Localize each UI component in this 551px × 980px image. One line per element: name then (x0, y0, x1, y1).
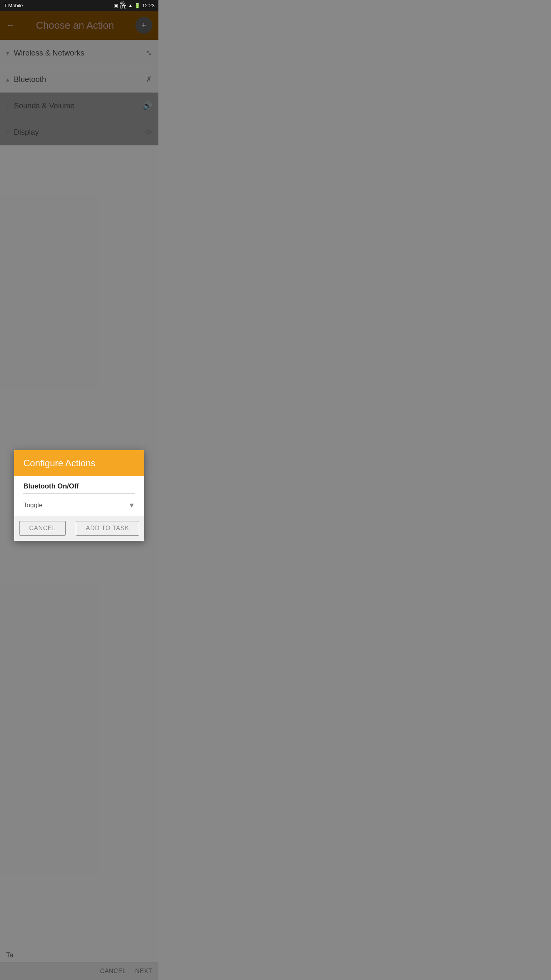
background-app: ← Choose an Action + ▾ Wireless & Networ… (0, 11, 158, 980)
field-divider (23, 493, 135, 494)
dialog-title: Configure Actions (23, 458, 95, 468)
dialog-header: Configure Actions (14, 450, 144, 476)
field-label: Bluetooth On/Off (23, 482, 135, 490)
carrier-label: T-Mobile (4, 3, 23, 8)
select-value: Toggle (23, 501, 42, 509)
4g-icon: 4GLTE (120, 2, 127, 9)
dropdown-arrow-icon: ▼ (128, 501, 135, 510)
battery-icon: 🔋 (134, 3, 140, 8)
dialog-overlay: Configure Actions Bluetooth On/Off Toggl… (0, 11, 158, 980)
status-bar: T-Mobile ▣ 4GLTE ▲ 🔋 12:23 (0, 0, 158, 11)
cancel-button[interactable]: CANCEL (19, 521, 66, 536)
status-icons: ▣ 4GLTE ▲ 🔋 12:23 (114, 2, 155, 9)
add-to-task-button[interactable]: ADD TO TASK (76, 521, 139, 536)
toggle-select-row[interactable]: Toggle ▼ (23, 498, 135, 516)
time-label: 12:23 (142, 3, 155, 8)
dialog-actions: CANCEL ADD TO TASK (14, 516, 144, 541)
configure-actions-dialog: Configure Actions Bluetooth On/Off Toggl… (14, 450, 144, 541)
dialog-body: Bluetooth On/Off Toggle ▼ (14, 476, 144, 516)
vibrate-icon: ▣ (114, 3, 118, 8)
signal-icon: ▲ (128, 3, 133, 8)
